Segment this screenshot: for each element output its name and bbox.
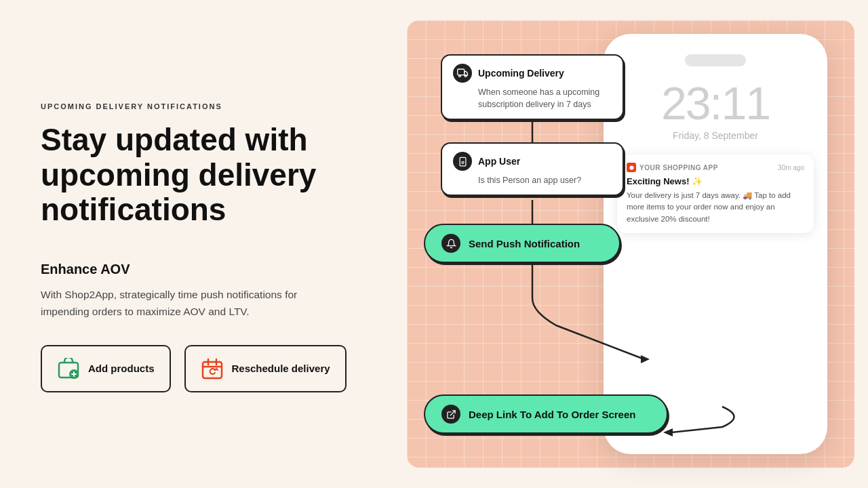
add-products-icon	[57, 357, 80, 380]
reschedule-icon	[201, 357, 224, 380]
phone-pill	[685, 54, 746, 66]
enhance-title: Enhance AOV	[41, 262, 359, 277]
notif-title: Exciting News! ✨	[627, 176, 804, 186]
phone-mockup: 23:11 Friday, 8 September YOUR SHOPPING …	[604, 34, 827, 454]
reschedule-button[interactable]: Reschedule delivery	[184, 345, 347, 392]
main-heading: Stay updated with upcoming delivery noti…	[41, 123, 359, 228]
phone-date: Friday, 8 September	[673, 130, 758, 141]
notif-time: 30m ago	[778, 164, 804, 171]
notif-app-icon	[627, 163, 636, 172]
svg-rect-2	[203, 362, 222, 378]
svg-point-3	[629, 165, 633, 169]
enhance-desc: With Shop2App, strategically time push n…	[41, 287, 332, 321]
phone-time: 23:11	[661, 80, 770, 126]
notification-card: YOUR SHOPPING APP 30m ago Exciting News!…	[617, 155, 814, 233]
section-label: UPCOMING DELIVERY NOTIFICATIONS	[41, 102, 359, 110]
add-products-label: Add products	[88, 363, 155, 374]
notif-app-name: YOUR SHOPPING APP	[627, 163, 718, 172]
notif-body: Your delivery is just 7 days away. 🚚 Tap…	[627, 190, 804, 225]
left-panel: UPCOMING DELIVERY NOTIFICATIONS Stay upd…	[0, 0, 400, 488]
add-products-button[interactable]: Add products	[41, 345, 171, 392]
action-buttons: Add products Reschedule delivery	[41, 345, 359, 392]
right-panel: 23:11 Friday, 8 September YOUR SHOPPING …	[400, 0, 868, 488]
reschedule-label: Reschedule delivery	[232, 363, 330, 374]
notif-header: YOUR SHOPPING APP 30m ago	[627, 163, 804, 172]
